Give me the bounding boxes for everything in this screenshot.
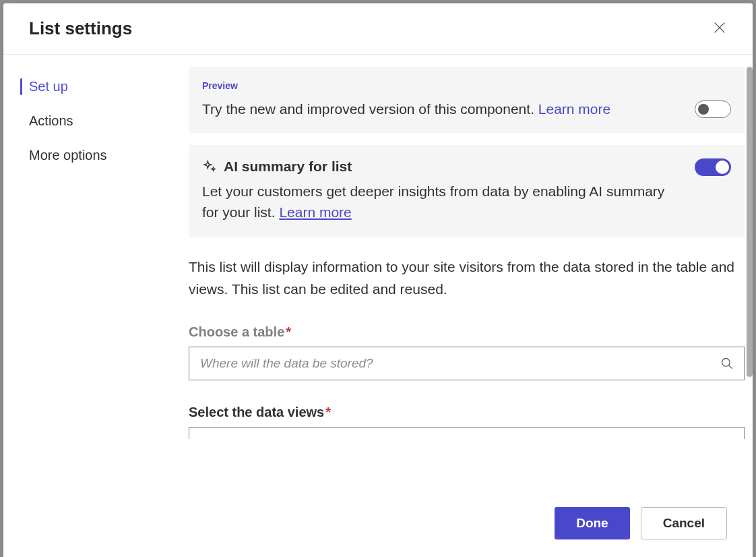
close-button[interactable] bbox=[712, 20, 727, 38]
ai-summary-toggle[interactable] bbox=[695, 158, 731, 176]
close-icon bbox=[712, 20, 727, 35]
sidebar-item-more-options[interactable]: More options bbox=[3, 138, 181, 173]
select-views-label-text: Select the data views bbox=[189, 405, 324, 419]
choose-table-input-wrap bbox=[189, 347, 745, 380]
sidebar-item-label: Actions bbox=[29, 113, 73, 128]
sidebar-item-actions[interactable]: Actions bbox=[3, 104, 181, 138]
dialog-body: Set up Actions More options Preview Try … bbox=[3, 55, 753, 496]
ai-learn-more-link[interactable]: Learn more bbox=[279, 204, 351, 220]
ai-card-top: AI summary for list Let your customers g… bbox=[202, 158, 731, 223]
sidebar-item-set-up[interactable]: Set up bbox=[3, 69, 181, 104]
dialog-footer: Done Cancel bbox=[3, 496, 753, 557]
list-settings-dialog: List settings Set up Actions More option… bbox=[3, 3, 753, 557]
choose-table-label: Choose a table* bbox=[189, 324, 745, 340]
sidebar-item-label: More options bbox=[29, 148, 107, 163]
scrollbar[interactable] bbox=[747, 67, 753, 377]
preview-learn-more-link[interactable]: Learn more bbox=[538, 101, 610, 117]
sparkle-icon bbox=[202, 159, 217, 174]
dialog-header: List settings bbox=[3, 3, 753, 55]
sidebar: Set up Actions More options bbox=[3, 55, 181, 496]
dialog-title: List settings bbox=[29, 18, 132, 39]
ai-text-container: Let your customers get deeper insights f… bbox=[202, 181, 681, 223]
ai-title-row: AI summary for list bbox=[202, 158, 681, 175]
ai-summary-card: AI summary for list Let your customers g… bbox=[189, 145, 745, 237]
content-area: Preview Try the new and improved version… bbox=[181, 55, 753, 496]
choose-table-label-text: Choose a table bbox=[189, 324, 284, 339]
preview-toggle[interactable] bbox=[695, 100, 731, 118]
select-views-label: Select the data views* bbox=[189, 405, 745, 420]
ai-text: Let your customers get deeper insights f… bbox=[202, 183, 664, 219]
choose-table-input[interactable] bbox=[189, 347, 745, 380]
preview-card: Preview Try the new and improved version… bbox=[189, 67, 745, 133]
ai-title: AI summary for list bbox=[224, 158, 352, 175]
preview-label: Preview bbox=[202, 80, 731, 91]
select-views-input[interactable] bbox=[189, 427, 745, 439]
cancel-button[interactable]: Cancel bbox=[641, 507, 727, 539]
sidebar-item-label: Set up bbox=[29, 79, 68, 94]
preview-row: Try the new and improved version of this… bbox=[202, 99, 731, 119]
done-button[interactable]: Done bbox=[555, 507, 630, 539]
list-description: This list will display information to yo… bbox=[189, 256, 745, 300]
preview-text: Try the new and improved version of this… bbox=[202, 101, 538, 117]
preview-text-container: Try the new and improved version of this… bbox=[202, 99, 610, 119]
ai-card-left: AI summary for list Let your customers g… bbox=[202, 158, 681, 223]
required-asterisk: * bbox=[325, 405, 331, 419]
required-asterisk: * bbox=[286, 324, 291, 339]
